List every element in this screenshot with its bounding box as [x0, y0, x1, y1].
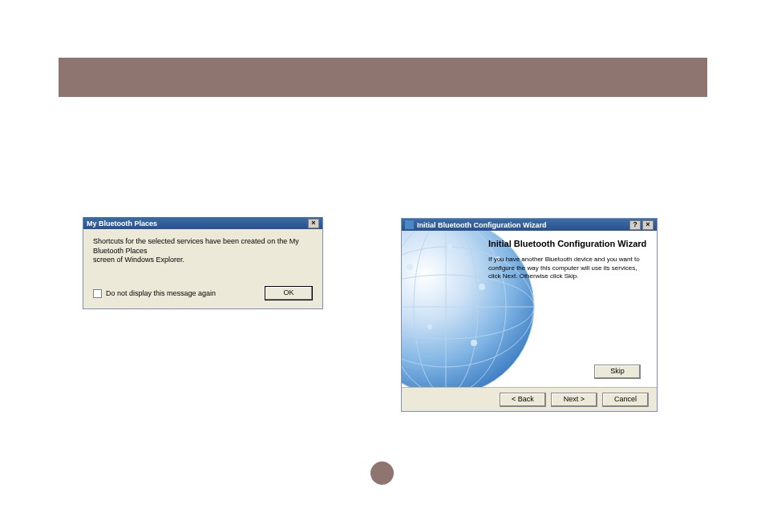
svg-point-8 [407, 264, 413, 270]
ok-button[interactable]: OK [265, 286, 313, 300]
bluetooth-icon [405, 220, 414, 229]
svg-point-9 [447, 244, 452, 249]
help-button[interactable]: ? [629, 220, 641, 230]
close-button[interactable]: × [642, 220, 654, 230]
dialog-title: My Bluetooth Places [87, 220, 157, 228]
close-button[interactable]: × [308, 219, 319, 228]
wizard-title: Initial Bluetooth Configuration Wizard [417, 221, 546, 229]
wizard-heading: Initial Bluetooth Configuration Wizard [488, 239, 649, 249]
bluetooth-wizard-dialog: Initial Bluetooth Configuration Wizard ?… [401, 218, 658, 412]
dont-show-again-checkbox-row[interactable]: Do not display this message again [93, 289, 216, 298]
dialog-titlebar[interactable]: My Bluetooth Places × [83, 217, 322, 229]
message-line: Shortcuts for the selected services have… [93, 237, 299, 255]
page-number-badge [370, 461, 394, 485]
back-button[interactable]: < Back [500, 393, 546, 407]
skip-button[interactable]: Skip [594, 365, 641, 379]
next-button[interactable]: Next > [551, 393, 597, 407]
dialog-message: Shortcuts for the selected services have… [93, 237, 313, 265]
message-line: screen of Windows Explorer. [93, 256, 184, 264]
bluetooth-places-dialog: My Bluetooth Places × Shortcuts for the … [83, 217, 323, 309]
svg-point-11 [427, 324, 432, 329]
wizard-titlebar[interactable]: Initial Bluetooth Configuration Wizard ?… [402, 219, 657, 231]
dialog-footer: Do not display this message again OK [83, 286, 322, 308]
wizard-footer: < Back Next > Cancel [402, 387, 657, 411]
svg-point-12 [471, 340, 477, 346]
checkbox-icon[interactable] [93, 289, 102, 298]
page-banner [59, 58, 707, 97]
cancel-button[interactable]: Cancel [602, 393, 649, 407]
wizard-text-area: Initial Bluetooth Configuration Wizard I… [488, 239, 649, 280]
dialog-body: Shortcuts for the selected services have… [83, 229, 322, 286]
checkbox-label: Do not display this message again [106, 289, 216, 297]
wizard-body: Initial Bluetooth Configuration Wizard I… [402, 231, 657, 387]
svg-point-10 [479, 284, 485, 290]
wizard-subtext: If you have another Bluetooth device and… [488, 256, 649, 280]
